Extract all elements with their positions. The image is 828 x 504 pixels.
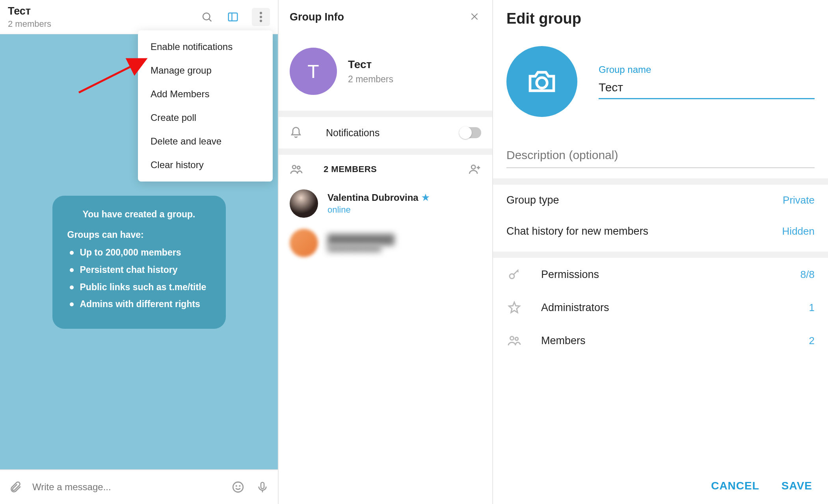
svg-point-15 [292,165,296,169]
svg-point-17 [471,165,475,169]
member-row[interactable]: ██████████ ████████████ [279,223,492,263]
cancel-button[interactable]: CANCEL [711,480,759,492]
member-status: online [327,205,430,215]
svg-point-10 [240,485,240,486]
notifications-row[interactable]: Notifications [279,117,492,148]
edit-group-title: Edit group [493,0,828,32]
bubble-item: Persistent chat history [67,263,211,277]
description-input[interactable] [506,148,815,168]
svg-rect-2 [229,13,238,21]
group-created-bubble: You have created a group. Groups can hav… [52,196,226,329]
menu-create-poll[interactable]: Create poll [138,106,273,130]
menu-clear-history[interactable]: Clear history [138,153,273,177]
annotation-arrow-icon [75,53,154,96]
menu-delete-and-leave[interactable]: Delete and leave [138,130,273,153]
group-members-count: 2 members [348,74,393,85]
member-status-hidden: ████████████ [327,245,394,252]
administrators-row[interactable]: Administrators 1 [493,291,828,324]
sidebar-toggle-icon[interactable] [226,10,240,24]
group-avatar[interactable]: T [290,48,337,95]
separator [279,111,492,117]
svg-point-9 [236,485,236,486]
chat-history-label: Chat history for new members [506,225,782,237]
members-icon [506,333,522,348]
bubble-item: Public links such as t.me/title [67,280,211,295]
menu-enable-notifications[interactable]: Enable notifications [138,35,273,59]
members-value: 2 [809,335,815,347]
chat-members-count: 2 members [8,19,200,29]
member-name: Valentina Dubrovina [327,192,419,203]
svg-point-22 [510,337,514,340]
star-icon: ★ [422,193,430,203]
svg-point-8 [233,482,243,492]
permissions-row[interactable]: Permissions 8/8 [493,258,828,291]
notifications-toggle[interactable] [459,127,481,138]
bubble-item: Admins with different rights [67,297,211,311]
groupname-input[interactable] [599,81,815,99]
bubble-item: Up to 200,000 members [67,246,211,260]
svg-point-20 [537,78,547,88]
svg-point-6 [260,20,262,22]
menu-add-members[interactable]: Add Members [138,82,273,106]
emoji-icon[interactable] [231,480,246,495]
group-info-header: Group Info [279,0,492,34]
groupname-label: Group name [599,64,815,75]
group-photo-button[interactable] [506,46,577,117]
more-dropdown: Enable notifications Manage group Add Me… [138,30,273,182]
voice-icon[interactable] [255,480,270,495]
svg-point-5 [260,16,262,18]
star-outline-icon [506,300,522,315]
group-name: Тест [348,58,393,71]
message-input[interactable] [32,482,221,493]
group-type-label: Group type [506,194,783,206]
members-label: Members [541,335,790,347]
member-row[interactable]: Valentina Dubrovina★ online [279,184,492,223]
more-menu-icon[interactable] [252,8,270,26]
camera-icon [526,66,558,97]
group-info-title: Group Info [290,11,344,23]
member-name-hidden: ██████████ [327,234,394,245]
avatar-letter: T [307,61,319,82]
attach-icon[interactable] [8,480,23,495]
menu-manage-group[interactable]: Manage group [138,59,273,82]
svg-line-7 [79,59,146,93]
permissions-label: Permissions [541,269,781,281]
svg-point-0 [203,13,210,20]
group-type-value: Private [783,194,815,206]
svg-rect-11 [261,482,264,489]
bell-icon [290,126,302,139]
save-button[interactable]: SAVE [781,480,812,492]
chat-history-row[interactable]: Chat history for new members Hidden [493,216,828,247]
chat-title[interactable]: Тест [8,5,200,17]
separator [279,148,492,155]
permissions-value: 8/8 [800,269,815,281]
svg-point-21 [510,274,514,279]
members-row[interactable]: Members 2 [493,324,828,357]
add-member-icon[interactable] [468,163,481,176]
bubble-title: You have created a group. [67,208,211,222]
members-icon [290,163,303,176]
chat-history-value: Hidden [782,225,815,237]
notifications-label: Notifications [326,127,435,139]
administrators-value: 1 [809,302,815,314]
message-composer [0,469,278,504]
members-header-label: 2 MEMBERS [324,164,447,174]
member-avatar [290,189,318,218]
group-type-row[interactable]: Group type Private [493,185,828,216]
member-avatar [290,229,318,257]
close-icon[interactable] [469,11,481,23]
svg-line-1 [209,19,212,22]
chat-header: Тест 2 members [0,0,278,34]
key-icon [506,267,522,282]
administrators-label: Administrators [541,302,790,314]
svg-point-4 [260,12,262,14]
svg-point-16 [297,166,300,169]
separator [493,252,828,258]
bubble-subtitle: Groups can have: [67,228,211,242]
search-icon[interactable] [200,10,214,24]
separator [493,178,828,185]
svg-point-23 [515,337,518,341]
